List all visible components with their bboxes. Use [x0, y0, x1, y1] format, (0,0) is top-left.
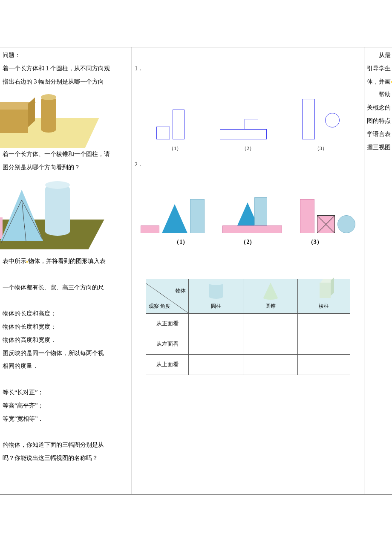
page-container: 问题： 着一个长方体和 1 个圆柱，从不同方向观 指出右边的 3 幅图分别是从哪… — [0, 47, 392, 494]
mini-prism-icon — [320, 283, 331, 298]
text-q2-line2: 图分别是从哪个方向看到的？ — [3, 161, 129, 174]
diag-bot-label: 观察 角度 — [149, 301, 170, 312]
cuboid-brown-icon — [0, 110, 28, 133]
note-line5: 关概念的 — [367, 101, 389, 115]
small-rect-top-icon — [245, 119, 258, 129]
row-label-left: 从左面看 — [146, 334, 189, 354]
figure-row-2 — [141, 193, 355, 233]
tall-rect-outline-icon — [173, 110, 184, 139]
text-q1-line2: 指出右边的 3 幅图分别是从哪一个方向 — [3, 75, 129, 89]
cell-empty — [243, 334, 298, 354]
cell-empty — [189, 354, 243, 375]
blue-triangle-icon — [162, 204, 187, 233]
text-lw: 物体的长度和宽度； — [3, 321, 129, 334]
small-square-outline-icon — [156, 127, 170, 139]
text-table-intro: 表中所示物体，并将看到的图形填入表 — [3, 255, 129, 268]
table-header-prism: 棱柱 — [298, 279, 350, 313]
x-square-icon — [317, 215, 335, 233]
mini-cone-icon — [263, 283, 278, 298]
answer-2-label: 2． — [135, 158, 361, 171]
views-table: 物体 观察 角度 圆柱 圆锥 — [146, 279, 350, 375]
scene-3d-cuboid-pyramid-cylinder — [0, 177, 101, 251]
table-header-cone: 圆锥 — [243, 279, 298, 313]
svg-line-2 — [22, 200, 42, 239]
note-line4: 帮助 — [367, 88, 389, 101]
fig2-label-1: （1） — [173, 236, 188, 249]
pink-wide-rect-icon — [222, 225, 282, 233]
text-same-object: 图反映的是同一个物体，所以每两个视 — [3, 347, 129, 360]
mini-cylinder-icon — [209, 283, 223, 299]
pink-tall-rect-icon — [300, 199, 314, 233]
fig1-group2 — [220, 129, 267, 139]
wide-rect-outline-icon — [220, 129, 267, 139]
svg-line-1 — [22, 200, 26, 241]
cell-empty — [189, 313, 243, 334]
answer-1-label: 1． — [135, 62, 361, 75]
fig1-group1 — [156, 110, 184, 139]
fig1-labels: （1） （2） （3） — [139, 143, 357, 154]
figure-row-1 — [139, 92, 357, 139]
cylinder-brown-icon — [41, 97, 56, 133]
fig2-group3 — [300, 199, 355, 233]
text-lh: 物体的长度和高度； — [3, 307, 129, 321]
note-line3: 体，并画 — [367, 75, 389, 89]
text-same-measure: 相同的度量． — [3, 360, 129, 373]
fig1-label-1: （1） — [169, 143, 182, 154]
table-header-cylinder: 圆柱 — [189, 279, 243, 313]
text-rule-length: 等长“长对正”； — [3, 386, 129, 399]
scene-3d-cuboid-cylinder — [0, 88, 96, 148]
fig2-label-3: （3） — [308, 236, 323, 249]
cell-empty — [243, 313, 298, 334]
tall-rect-outline-2-icon — [302, 99, 315, 139]
left-column: 问题： 着一个长方体和 1 个圆柱，从不同方向观 指出右边的 3 幅图分别是从哪… — [0, 47, 132, 494]
note-line7: 学语言表 — [367, 128, 389, 141]
table-row: 从上面看 — [146, 354, 350, 375]
cell-empty — [243, 354, 298, 375]
text-final-q1: 的物体，你知道下面的三幅图分别是从 — [3, 439, 129, 452]
blue-rect-tall-icon — [190, 199, 205, 233]
table-row: 从正面看 — [146, 313, 350, 334]
fig1-label-3: （3） — [314, 143, 327, 154]
fig2-labels: （1） （2） （3） — [147, 236, 349, 249]
row-label-front: 从正面看 — [146, 313, 189, 334]
circle-outline-icon — [325, 113, 340, 127]
blue-rect-back-icon — [254, 197, 267, 225]
table-row: 从左面看 — [146, 334, 350, 354]
fig2-label-2: （2） — [240, 236, 255, 249]
text-dimensions: 一个物体都有长、宽、高三个方向的尺 — [3, 281, 129, 295]
row-label-top: 从上面看 — [146, 354, 189, 375]
text-q2-line1: 着一个长方体、一个棱锥和一个圆柱，请 — [3, 148, 129, 161]
fig1-label-2: （2） — [242, 143, 254, 154]
svg-line-0 — [1, 200, 22, 243]
fig2-group2-overlay — [237, 197, 267, 225]
table-header-row: 物体 观察 角度 圆柱 圆锥 — [146, 279, 350, 313]
note-line6: 图的特点 — [367, 115, 389, 128]
cell-empty — [298, 313, 350, 334]
fig2-group2 — [222, 225, 282, 233]
blue-circle-icon — [337, 215, 355, 233]
note-line8: 握三视图 — [367, 141, 389, 154]
pyramid-edges-icon — [1, 200, 44, 251]
cylinder-blue-icon — [45, 185, 70, 236]
text-question-heading: 问题： — [3, 49, 129, 62]
text-hw: 物体的高度和宽度． — [3, 334, 129, 347]
note-line2: 引导学生 — [367, 62, 389, 75]
fig1-group3 — [302, 99, 340, 139]
fig2-group1 — [141, 199, 205, 233]
pink-rect-icon — [141, 225, 159, 233]
text-rule-height: 等高“高平齐”； — [3, 399, 129, 413]
cell-empty — [189, 334, 243, 354]
text-rule-width: 等宽“宽相等”． — [3, 413, 129, 426]
note-line1: 从最 — [367, 49, 389, 62]
text-final-q2: 吗？你能说出这三幅视图的名称吗？ — [3, 452, 129, 465]
cell-empty — [298, 334, 350, 354]
right-column: 从最 引导学生 体，并画 帮助 关概念的 图的特点 学语言表 握三视图 — [364, 47, 392, 494]
cell-empty — [298, 354, 350, 375]
table-diag-header: 物体 观察 角度 — [146, 279, 189, 313]
diag-top-label: 物体 — [176, 285, 186, 296]
middle-column: 1． （1） （2） （3） 2． — [132, 47, 364, 494]
text-q1-line1: 着一个长方体和 1 个圆柱，从不同方向观 — [3, 62, 129, 75]
